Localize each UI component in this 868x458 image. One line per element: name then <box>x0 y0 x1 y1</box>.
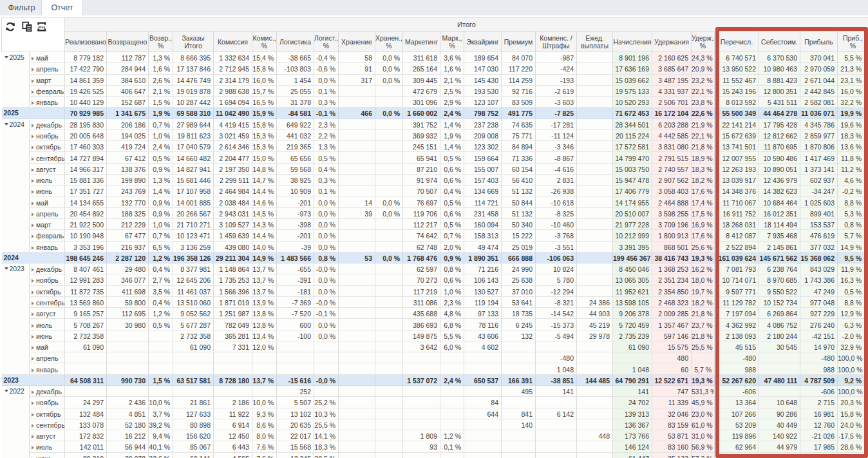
svg-text:xlsx: xlsx <box>38 25 46 29</box>
